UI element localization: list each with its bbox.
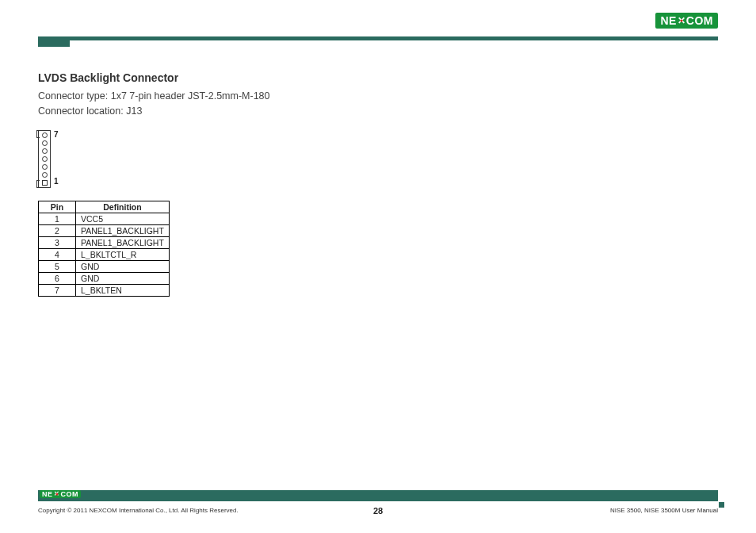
table-row: 2PANEL1_BACKLIGHT (39, 224, 170, 236)
table-row: 3PANEL1_BACKLIGHT (39, 236, 170, 248)
footer-logo: NECOM (40, 485, 81, 500)
header-tab (38, 40, 70, 47)
table-row: 1VCC5 (39, 213, 170, 224)
pin-label-bottom: 1 (54, 177, 59, 186)
table-row: 6GND (39, 272, 170, 284)
section-title: LVDS Backlight Connector (38, 71, 718, 84)
pin-label-top: 7 (54, 130, 59, 139)
table-header-row: Pin Definition (39, 201, 170, 213)
connector-type: Connector type: 1x7 7-pin header JST-2.5… (38, 90, 270, 102)
table-header-pin: Pin (39, 201, 76, 213)
pin-header-icon (38, 130, 51, 188)
connector-location: Connector location: J13 (38, 105, 142, 117)
footer-rule (38, 490, 718, 501)
table-row: 7L_BKLTEN (39, 284, 170, 296)
table-row: 5GND (39, 260, 170, 272)
table-header-definition: Definition (76, 201, 170, 213)
footer-manual-name: NISE 3500, NISE 3500M User Manual (610, 507, 718, 514)
header-logo: NECOM (655, 13, 718, 29)
pin-table: Pin Definition 1VCC5 2PANEL1_BACKLIGHT 3… (38, 201, 170, 297)
table-row: 4L_BKLTCTL_R (39, 248, 170, 260)
pin-diagram: 7 1 (38, 130, 718, 188)
header-rule (38, 36, 718, 40)
